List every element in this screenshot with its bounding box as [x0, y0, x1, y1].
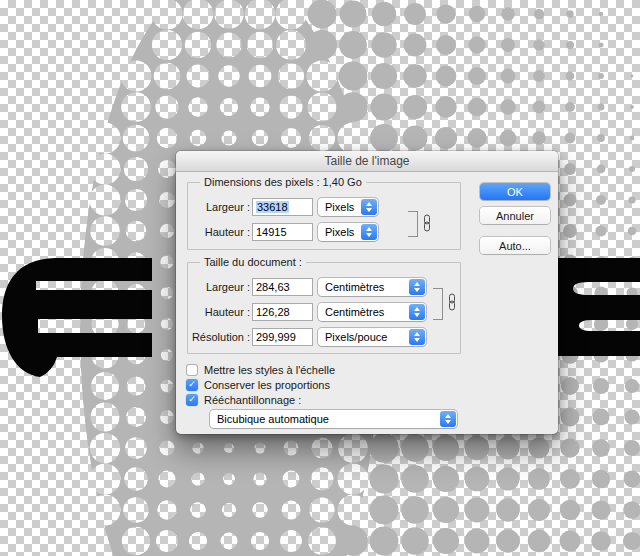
resolution-input[interactable]: 299,999 [252, 328, 313, 346]
image-size-dialog: Taille de l'image Dimensions des pixels … [176, 151, 558, 434]
pixel-height-unit-value: Pixels [325, 226, 354, 238]
stepper-icon [361, 224, 377, 240]
ok-button-label: OK [507, 186, 523, 198]
pixel-width-unit-value: Pixels [325, 201, 354, 213]
auto-button-label: Auto... [499, 240, 531, 252]
pixel-width-unit-popup[interactable]: Pixels [318, 198, 378, 216]
constrain-proportions-label: Conserver les proportions [204, 379, 330, 391]
resolution-unit-value: Pixels/pouce [325, 331, 387, 343]
document-link-bracket [433, 288, 443, 320]
cancel-button-label: Annuler [496, 210, 534, 222]
stepper-icon [409, 279, 425, 295]
chain-link-icon [422, 214, 432, 232]
resample-checkbox[interactable] [186, 394, 198, 406]
doc-height-input[interactable]: 126,28 [252, 303, 313, 321]
resolution-unit-popup[interactable]: Pixels/pouce [318, 328, 426, 346]
dialog-title-bar[interactable]: Taille de l'image [176, 151, 558, 172]
doc-height-value: 126,28 [256, 306, 290, 318]
doc-width-label: Largeur : [184, 281, 250, 293]
pixel-height-unit-popup[interactable]: Pixels [318, 223, 378, 241]
constrain-proportions-row: Conserver les proportions [186, 378, 330, 391]
stepper-icon [440, 411, 456, 427]
resample-row: Rééchantillonnage : [186, 393, 301, 406]
doc-width-input[interactable]: 284,63 [252, 278, 313, 296]
resolution-value: 299,999 [256, 331, 296, 343]
pixel-height-value: 14915 [256, 226, 287, 238]
pixel-width-label: Largeur : [184, 201, 250, 213]
resolution-label: Résolution : [184, 331, 250, 343]
doc-width-unit-value: Centimètres [325, 281, 384, 293]
ok-button[interactable]: OK [480, 183, 550, 200]
stepper-icon [409, 304, 425, 320]
scale-styles-label: Mettre les styles à l'échelle [204, 364, 335, 376]
pixel-dimensions-legend: Dimensions des pixels : 1,40 Go [200, 176, 366, 188]
resample-label: Rééchantillonnage : [204, 394, 301, 406]
scale-styles-checkbox[interactable] [186, 364, 198, 376]
doc-width-unit-popup[interactable]: Centimètres [318, 278, 426, 296]
pixel-height-label: Hauteur : [184, 226, 250, 238]
constrain-proportions-checkbox[interactable] [186, 379, 198, 391]
stepper-icon [361, 199, 377, 215]
pixel-width-input[interactable]: 33618 [252, 198, 313, 216]
doc-width-value: 284,63 [256, 281, 290, 293]
auto-button[interactable]: Auto... [480, 237, 550, 254]
dialog-title: Taille de l'image [324, 154, 409, 168]
doc-height-unit-popup[interactable]: Centimètres [318, 303, 426, 321]
stepper-icon [409, 329, 425, 345]
cancel-button[interactable]: Annuler [480, 207, 550, 224]
doc-height-unit-value: Centimètres [325, 306, 384, 318]
pixel-link-bracket [408, 211, 418, 237]
chain-link-icon [447, 293, 457, 311]
document-size-legend: Taille du document : [200, 256, 306, 268]
resample-method-value: Bicubique automatique [217, 413, 329, 425]
pixel-width-value: 33618 [256, 201, 289, 213]
scale-styles-row: Mettre les styles à l'échelle [186, 363, 335, 376]
black-letter-right [558, 258, 640, 356]
doc-height-label: Hauteur : [184, 306, 250, 318]
pixel-height-input[interactable]: 14915 [252, 223, 313, 241]
resample-method-popup[interactable]: Bicubique automatique [210, 410, 457, 428]
